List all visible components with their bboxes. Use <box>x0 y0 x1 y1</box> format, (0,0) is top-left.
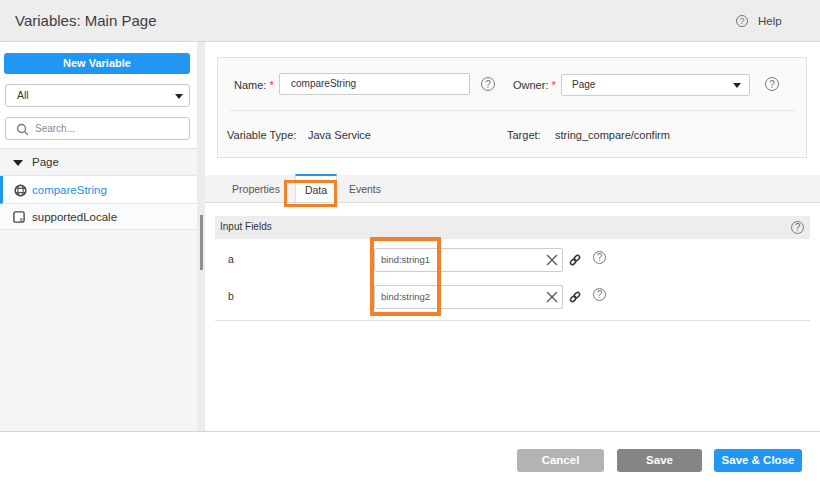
svg-text:x: x <box>19 216 23 223</box>
